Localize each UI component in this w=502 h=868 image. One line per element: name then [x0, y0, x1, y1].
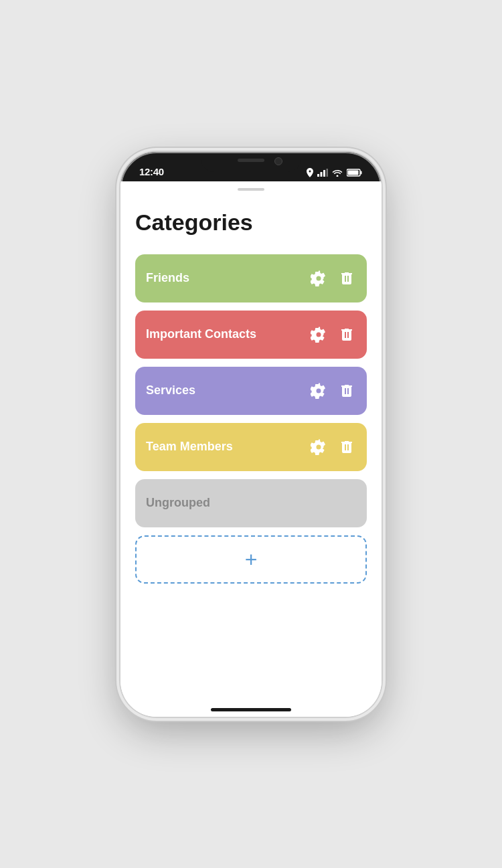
category-label-ungrouped: Ungrouped [146, 496, 210, 510]
page-title: Categories [135, 209, 367, 236]
category-actions-important [309, 325, 356, 344]
location-icon [307, 168, 313, 177]
svg-rect-1 [321, 172, 323, 177]
add-icon: + [245, 549, 258, 570]
status-time: 12:40 [139, 166, 164, 177]
category-item-services[interactable]: Services [135, 367, 367, 415]
svg-rect-6 [348, 170, 359, 175]
delete-icon-team[interactable] [337, 438, 356, 456]
category-item-friends[interactable]: Friends [135, 254, 367, 302]
category-item-ungrouped[interactable]: Ungrouped [135, 479, 367, 527]
category-label-friends: Friends [146, 271, 189, 285]
category-actions-friends [309, 269, 356, 288]
category-label-team: Team Members [146, 440, 233, 454]
svg-rect-5 [361, 171, 362, 174]
settings-icon-team[interactable] [309, 438, 328, 456]
home-indicator [211, 708, 291, 711]
wifi-icon [332, 169, 343, 177]
phone-frame: 12:40 [120, 152, 382, 717]
delete-icon-friends[interactable] [337, 269, 356, 288]
category-actions-team [309, 438, 356, 456]
front-camera [274, 157, 282, 165]
settings-icon-important[interactable] [309, 325, 328, 344]
svg-rect-2 [323, 170, 325, 177]
status-icons [307, 168, 363, 177]
svg-rect-3 [327, 169, 329, 177]
screen: Categories Friends [120, 181, 382, 717]
delete-icon-services[interactable] [337, 381, 356, 400]
speaker [238, 159, 264, 162]
category-item-team[interactable]: Team Members [135, 423, 367, 471]
notch [201, 152, 301, 172]
category-actions-services [309, 381, 356, 400]
category-list: Friends [135, 254, 367, 527]
svg-rect-0 [317, 174, 319, 177]
battery-icon [347, 169, 363, 177]
category-item-important[interactable]: Important Contacts [135, 311, 367, 359]
settings-icon-services[interactable] [309, 381, 328, 400]
delete-icon-important[interactable] [337, 325, 356, 344]
category-label-services: Services [146, 383, 195, 398]
signal-icon [317, 169, 328, 177]
content-area: Categories Friends [120, 191, 382, 610]
settings-icon-friends[interactable] [309, 269, 328, 288]
add-category-button[interactable]: + [135, 535, 367, 584]
category-label-important: Important Contacts [146, 327, 256, 341]
